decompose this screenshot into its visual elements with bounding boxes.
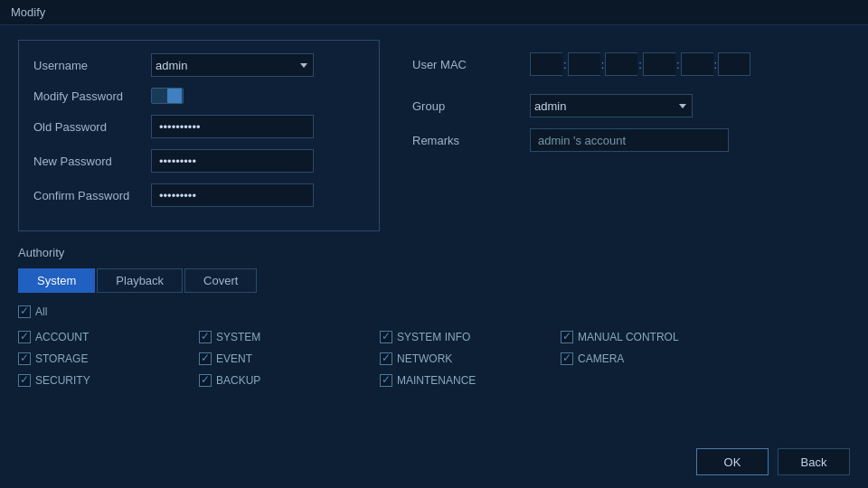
toggle-thumb	[167, 89, 182, 103]
group-row: Group admin	[412, 94, 835, 117]
network-label: NETWORK	[397, 352, 452, 365]
group-select[interactable]: admin	[530, 94, 693, 117]
event-label: EVENT	[216, 352, 252, 365]
new-password-row: New Password	[33, 149, 364, 173]
group-label: Group	[412, 99, 530, 113]
tab-system[interactable]: System	[18, 268, 95, 293]
all-row: All	[18, 305, 850, 318]
perm-manual-control: MANUAL CONTROL	[561, 331, 687, 343]
remarks-label: Remarks	[412, 134, 530, 147]
mac-seg-2[interactable]	[568, 52, 600, 76]
manual-control-label: MANUAL CONTROL	[578, 331, 679, 343]
backup-label: BACKUP	[216, 374, 260, 387]
event-checkbox[interactable]	[199, 352, 212, 365]
old-password-input[interactable]	[151, 115, 314, 138]
perm-network: NETWORK	[380, 352, 506, 365]
modify-password-label: Modify Password	[33, 89, 151, 103]
perm-maintenance: MAINTENANCE	[380, 374, 506, 387]
storage-checkbox[interactable]	[18, 352, 31, 365]
sysinfo-label: SYSTEM INFO	[397, 331, 470, 343]
maintenance-label: MAINTENANCE	[397, 374, 476, 387]
left-panel: Username admin Modify Password Old Passw…	[18, 40, 380, 231]
account-label: ACCOUNT	[35, 331, 89, 343]
perm-sysinfo: SYSTEM INFO	[380, 331, 506, 343]
modify-password-row: Modify Password	[33, 88, 364, 104]
mac-seg-1[interactable]	[530, 52, 562, 76]
perm-row-1: ACCOUNT SYSTEM SYSTEM INFO MANUAL CONTRO…	[18, 331, 850, 343]
mac-seg-3[interactable]	[605, 52, 637, 76]
tab-covert[interactable]: Covert	[184, 268, 257, 293]
perm-row-2: STORAGE EVENT NETWORK CAMERA	[18, 352, 850, 365]
perm-account: ACCOUNT	[18, 331, 145, 343]
system-checkbox[interactable]	[199, 331, 212, 343]
all-checkbox[interactable]	[18, 305, 31, 318]
modify-password-toggle[interactable]	[151, 88, 184, 104]
confirm-password-input[interactable]	[151, 183, 314, 207]
right-panel: User MAC : : : : : Group	[398, 40, 850, 231]
mac-input-row: : : : : :	[530, 52, 750, 76]
network-checkbox[interactable]	[380, 352, 392, 365]
window-title: Modify	[11, 5, 45, 19]
remarks-row: Remarks	[412, 128, 835, 152]
perm-storage: STORAGE	[18, 352, 145, 365]
old-password-row: Old Password	[33, 115, 364, 138]
security-label: SECURITY	[35, 374, 90, 387]
bottom-bar: OK Back	[696, 448, 850, 475]
security-checkbox[interactable]	[18, 374, 31, 387]
mac-seg-5[interactable]	[681, 52, 713, 76]
mac-seg-4[interactable]	[643, 52, 675, 76]
ok-button[interactable]: OK	[696, 448, 769, 475]
username-row: Username admin	[33, 53, 364, 77]
tab-playback[interactable]: Playback	[97, 268, 183, 293]
authority-section: Authority System Playback Covert All ACC…	[18, 246, 850, 387]
new-password-label: New Password	[33, 155, 151, 168]
mac-seg-6[interactable]	[718, 52, 750, 76]
perm-backup: BACKUP	[199, 374, 326, 387]
title-bar: Modify	[0, 0, 868, 25]
all-label: All	[35, 305, 47, 318]
maintenance-checkbox[interactable]	[380, 374, 392, 387]
tab-row: System Playback Covert	[18, 268, 850, 293]
perm-system: SYSTEM	[199, 331, 326, 343]
perm-row-3: SECURITY BACKUP MAINTENANCE	[18, 374, 850, 387]
old-password-label: Old Password	[33, 120, 151, 134]
authority-title: Authority	[18, 246, 850, 259]
account-checkbox[interactable]	[18, 331, 31, 343]
storage-label: STORAGE	[35, 352, 88, 365]
confirm-password-row: Confirm Password	[33, 183, 364, 207]
confirm-password-label: Confirm Password	[33, 189, 151, 202]
toggle-container	[151, 88, 184, 104]
system-label: SYSTEM	[216, 331, 260, 343]
manual-control-checkbox[interactable]	[561, 331, 573, 343]
user-mac-row: User MAC : : : : :	[412, 52, 835, 76]
all-item: All	[18, 305, 850, 318]
new-password-input[interactable]	[151, 149, 314, 173]
perm-event: EVENT	[199, 352, 326, 365]
perm-security: SECURITY	[18, 374, 145, 387]
camera-checkbox[interactable]	[561, 352, 573, 365]
username-label: Username	[33, 59, 151, 72]
user-mac-label: User MAC	[412, 58, 530, 71]
username-select[interactable]: admin	[151, 53, 314, 77]
sysinfo-checkbox[interactable]	[380, 331, 392, 343]
camera-label: CAMERA	[578, 352, 624, 365]
checkbox-grid: All ACCOUNT SYSTEM SYSTEM INFO	[18, 305, 850, 387]
backup-checkbox[interactable]	[199, 374, 212, 387]
back-button[interactable]: Back	[778, 448, 850, 475]
remarks-input[interactable]	[530, 128, 729, 152]
perm-camera: CAMERA	[561, 352, 687, 365]
